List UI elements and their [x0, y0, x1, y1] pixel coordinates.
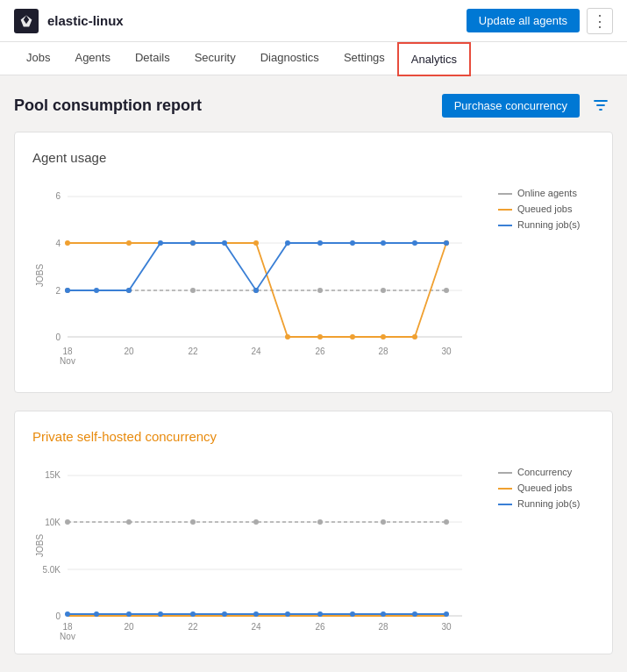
- nav-item-settings[interactable]: Settings: [331, 42, 397, 75]
- concurrency-chart-area: JOBS 15K 10K 5.0K 0 18 Nov 20 22 24: [32, 458, 595, 636]
- legend-concurrency-running-line: [498, 504, 512, 505]
- concurrency-svg: JOBS 15K 10K 5.0K 0 18 Nov 20 22 24: [32, 458, 471, 633]
- svg-point-25: [65, 240, 70, 246]
- svg-text:2: 2: [55, 286, 61, 296]
- legend-concurrency-line: [498, 472, 512, 474]
- concurrency-y-label: JOBS: [35, 534, 45, 557]
- header-left: elastic-linux: [14, 9, 124, 33]
- svg-text:Nov: Nov: [60, 356, 75, 366]
- legend-running-line: [498, 225, 512, 226]
- legend-online-agents-line: [498, 193, 512, 195]
- svg-point-73: [126, 611, 132, 617]
- svg-text:10K: 10K: [45, 518, 61, 527]
- svg-point-24: [444, 288, 449, 293]
- svg-point-41: [253, 288, 259, 293]
- page-content: Pool consumption report Purchase concurr…: [0, 75, 627, 672]
- svg-text:24: 24: [251, 347, 261, 356]
- svg-point-28: [253, 240, 259, 246]
- svg-point-66: [190, 519, 196, 525]
- logo-icon: [19, 14, 33, 28]
- legend-concurrency-running-label: Running job(s): [517, 498, 581, 509]
- svg-point-65: [126, 519, 132, 525]
- running-jobs-line: [68, 243, 446, 290]
- nav-bar: Jobs Agents Details Security Diagnostics…: [0, 42, 627, 75]
- svg-point-39: [190, 240, 196, 246]
- app-header: elastic-linux Update all agents ⋮: [0, 0, 627, 42]
- svg-point-30: [317, 334, 323, 340]
- svg-text:18: 18: [62, 347, 73, 356]
- svg-point-70: [444, 519, 449, 525]
- svg-point-46: [412, 240, 417, 246]
- svg-point-81: [381, 611, 386, 617]
- svg-point-20: [190, 288, 196, 293]
- nav-item-analytics[interactable]: Analytics: [397, 42, 471, 76]
- svg-point-69: [381, 519, 386, 525]
- svg-text:15K: 15K: [45, 470, 61, 480]
- svg-point-80: [350, 611, 355, 617]
- svg-point-67: [253, 519, 259, 525]
- agent-usage-svg: JOBS JOBS 6 4 2 0 18: [32, 179, 471, 372]
- svg-point-35: [65, 288, 70, 293]
- filter-icon[interactable]: [588, 93, 613, 118]
- legend-concurrency: Concurrency: [498, 467, 595, 477]
- svg-text:Nov: Nov: [60, 632, 75, 641]
- logo: [14, 9, 39, 33]
- legend-running-jobs: Running job(s): [498, 219, 595, 230]
- agent-usage-title: Agent usage: [32, 150, 595, 165]
- legend-concurrency-label: Concurrency: [517, 467, 572, 477]
- svg-point-44: [350, 240, 355, 246]
- svg-point-47: [444, 240, 449, 246]
- nav-item-diagnostics[interactable]: Diagnostics: [248, 42, 331, 75]
- svg-point-78: [285, 611, 290, 617]
- purchase-concurrency-button[interactable]: Purchase concurrency: [442, 94, 580, 118]
- svg-text:4: 4: [55, 239, 61, 248]
- legend-concurrency-queued-label: Queued jobs: [517, 483, 572, 493]
- svg-point-75: [190, 611, 196, 617]
- svg-text:26: 26: [315, 622, 325, 632]
- more-menu-button[interactable]: ⋮: [587, 8, 613, 34]
- svg-text:20: 20: [124, 347, 134, 356]
- svg-point-42: [285, 240, 290, 246]
- svg-text:24: 24: [251, 622, 261, 632]
- svg-point-74: [158, 611, 163, 617]
- legend-queued-jobs: Queued jobs: [498, 204, 595, 214]
- svg-text:22: 22: [188, 347, 198, 356]
- nav-item-jobs[interactable]: Jobs: [14, 42, 62, 75]
- svg-text:6: 6: [55, 191, 61, 201]
- svg-point-36: [94, 288, 99, 293]
- svg-point-83: [444, 611, 449, 617]
- svg-point-72: [94, 611, 99, 617]
- svg-point-79: [317, 611, 323, 617]
- svg-point-38: [158, 240, 163, 246]
- svg-point-37: [126, 288, 132, 293]
- agent-usage-card: Agent usage JOBS JOBS 6 4 2: [14, 132, 613, 393]
- y-axis-jobs-label: JOBS: [35, 264, 45, 287]
- svg-point-31: [350, 334, 355, 340]
- concurrency-chart-wrapper: JOBS 15K 10K 5.0K 0 18 Nov 20 22 24: [32, 458, 488, 636]
- update-all-button[interactable]: Update all agents: [467, 9, 580, 32]
- svg-point-64: [65, 519, 70, 525]
- page-title: Pool consumption report: [14, 97, 202, 115]
- svg-point-22: [317, 288, 323, 293]
- nav-item-security[interactable]: Security: [182, 42, 248, 75]
- svg-text:18: 18: [62, 622, 73, 632]
- svg-point-68: [317, 519, 323, 525]
- nav-item-details[interactable]: Details: [123, 42, 182, 75]
- svg-text:0: 0: [55, 332, 61, 342]
- svg-text:5.0K: 5.0K: [42, 565, 61, 575]
- svg-text:30: 30: [441, 622, 452, 632]
- agent-usage-legend: Online agents Queued jobs Running job(s): [498, 179, 595, 375]
- svg-point-26: [126, 240, 132, 246]
- concurrency-title: Private self-hosted concurrency: [32, 429, 595, 444]
- nav-item-agents[interactable]: Agents: [62, 42, 122, 75]
- legend-queued-label: Queued jobs: [517, 204, 572, 214]
- legend-online-agents-label: Online agents: [517, 188, 577, 198]
- legend-concurrency-queued: Queued jobs: [498, 483, 595, 493]
- svg-point-43: [317, 240, 323, 246]
- svg-point-71: [65, 611, 70, 617]
- agent-usage-chart-area: JOBS JOBS 6 4 2 0 18: [32, 179, 595, 375]
- page-header: Pool consumption report Purchase concurr…: [14, 93, 613, 118]
- svg-text:28: 28: [378, 622, 388, 632]
- svg-point-33: [412, 334, 417, 340]
- legend-concurrency-queued-line: [498, 488, 512, 490]
